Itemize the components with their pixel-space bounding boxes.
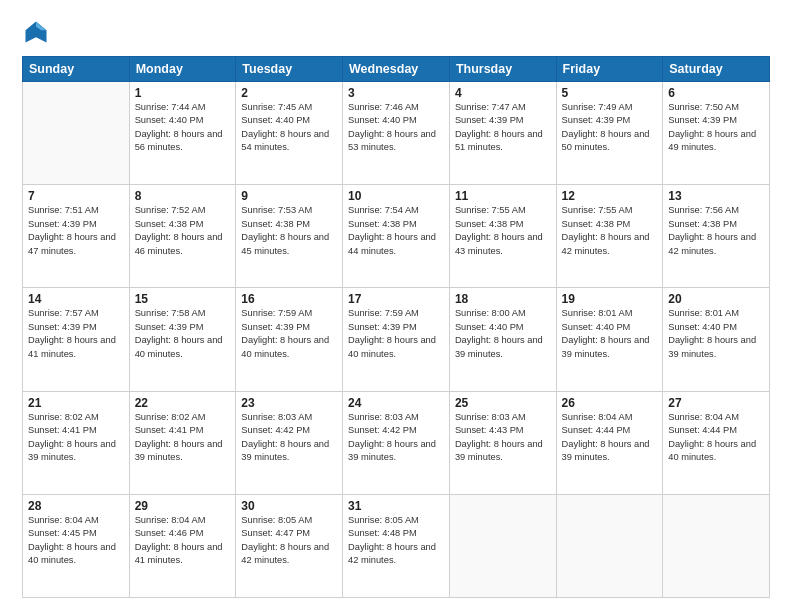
day-info: Sunrise: 8:03 AM Sunset: 4:42 PM Dayligh…: [241, 411, 337, 465]
logo-icon: [22, 18, 50, 46]
day-number: 24: [348, 396, 444, 410]
calendar-day-cell: 30Sunrise: 8:05 AM Sunset: 4:47 PM Dayli…: [236, 494, 343, 597]
day-info: Sunrise: 7:58 AM Sunset: 4:39 PM Dayligh…: [135, 307, 231, 361]
day-number: 11: [455, 189, 551, 203]
day-number: 12: [562, 189, 658, 203]
calendar-day-cell: 17Sunrise: 7:59 AM Sunset: 4:39 PM Dayli…: [343, 288, 450, 391]
calendar-week-row: 7Sunrise: 7:51 AM Sunset: 4:39 PM Daylig…: [23, 185, 770, 288]
calendar-day-cell: [663, 494, 770, 597]
day-info: Sunrise: 8:05 AM Sunset: 4:47 PM Dayligh…: [241, 514, 337, 568]
day-info: Sunrise: 7:57 AM Sunset: 4:39 PM Dayligh…: [28, 307, 124, 361]
calendar-day-cell: 25Sunrise: 8:03 AM Sunset: 4:43 PM Dayli…: [449, 391, 556, 494]
day-number: 26: [562, 396, 658, 410]
calendar-day-cell: 12Sunrise: 7:55 AM Sunset: 4:38 PM Dayli…: [556, 185, 663, 288]
calendar-day-cell: 8Sunrise: 7:52 AM Sunset: 4:38 PM Daylig…: [129, 185, 236, 288]
day-info: Sunrise: 7:55 AM Sunset: 4:38 PM Dayligh…: [455, 204, 551, 258]
day-info: Sunrise: 8:05 AM Sunset: 4:48 PM Dayligh…: [348, 514, 444, 568]
day-info: Sunrise: 8:02 AM Sunset: 4:41 PM Dayligh…: [28, 411, 124, 465]
day-info: Sunrise: 7:59 AM Sunset: 4:39 PM Dayligh…: [348, 307, 444, 361]
calendar-day-cell: 21Sunrise: 8:02 AM Sunset: 4:41 PM Dayli…: [23, 391, 130, 494]
day-of-week-header: Thursday: [449, 57, 556, 82]
day-number: 6: [668, 86, 764, 100]
day-info: Sunrise: 7:47 AM Sunset: 4:39 PM Dayligh…: [455, 101, 551, 155]
calendar-day-cell: [23, 82, 130, 185]
page: SundayMondayTuesdayWednesdayThursdayFrid…: [0, 0, 792, 612]
calendar-day-cell: 24Sunrise: 8:03 AM Sunset: 4:42 PM Dayli…: [343, 391, 450, 494]
calendar-week-row: 21Sunrise: 8:02 AM Sunset: 4:41 PM Dayli…: [23, 391, 770, 494]
calendar-day-cell: 15Sunrise: 7:58 AM Sunset: 4:39 PM Dayli…: [129, 288, 236, 391]
day-of-week-header: Monday: [129, 57, 236, 82]
calendar-day-cell: 27Sunrise: 8:04 AM Sunset: 4:44 PM Dayli…: [663, 391, 770, 494]
day-info: Sunrise: 8:00 AM Sunset: 4:40 PM Dayligh…: [455, 307, 551, 361]
day-info: Sunrise: 8:04 AM Sunset: 4:44 PM Dayligh…: [562, 411, 658, 465]
day-info: Sunrise: 7:44 AM Sunset: 4:40 PM Dayligh…: [135, 101, 231, 155]
day-number: 21: [28, 396, 124, 410]
calendar-day-cell: 23Sunrise: 8:03 AM Sunset: 4:42 PM Dayli…: [236, 391, 343, 494]
calendar-day-cell: 7Sunrise: 7:51 AM Sunset: 4:39 PM Daylig…: [23, 185, 130, 288]
day-number: 9: [241, 189, 337, 203]
day-number: 14: [28, 292, 124, 306]
calendar-table: SundayMondayTuesdayWednesdayThursdayFrid…: [22, 56, 770, 598]
day-number: 10: [348, 189, 444, 203]
day-info: Sunrise: 8:03 AM Sunset: 4:42 PM Dayligh…: [348, 411, 444, 465]
day-info: Sunrise: 7:55 AM Sunset: 4:38 PM Dayligh…: [562, 204, 658, 258]
day-info: Sunrise: 7:50 AM Sunset: 4:39 PM Dayligh…: [668, 101, 764, 155]
day-number: 17: [348, 292, 444, 306]
calendar-day-cell: 4Sunrise: 7:47 AM Sunset: 4:39 PM Daylig…: [449, 82, 556, 185]
calendar-week-row: 28Sunrise: 8:04 AM Sunset: 4:45 PM Dayli…: [23, 494, 770, 597]
day-of-week-header: Sunday: [23, 57, 130, 82]
day-info: Sunrise: 8:03 AM Sunset: 4:43 PM Dayligh…: [455, 411, 551, 465]
day-number: 20: [668, 292, 764, 306]
day-number: 2: [241, 86, 337, 100]
day-number: 25: [455, 396, 551, 410]
day-info: Sunrise: 7:45 AM Sunset: 4:40 PM Dayligh…: [241, 101, 337, 155]
day-of-week-header: Tuesday: [236, 57, 343, 82]
calendar-day-cell: 2Sunrise: 7:45 AM Sunset: 4:40 PM Daylig…: [236, 82, 343, 185]
day-info: Sunrise: 8:02 AM Sunset: 4:41 PM Dayligh…: [135, 411, 231, 465]
calendar-day-cell: 10Sunrise: 7:54 AM Sunset: 4:38 PM Dayli…: [343, 185, 450, 288]
calendar-day-cell: 26Sunrise: 8:04 AM Sunset: 4:44 PM Dayli…: [556, 391, 663, 494]
calendar-day-cell: 11Sunrise: 7:55 AM Sunset: 4:38 PM Dayli…: [449, 185, 556, 288]
calendar-day-cell: 19Sunrise: 8:01 AM Sunset: 4:40 PM Dayli…: [556, 288, 663, 391]
day-of-week-header: Friday: [556, 57, 663, 82]
day-info: Sunrise: 8:01 AM Sunset: 4:40 PM Dayligh…: [562, 307, 658, 361]
day-number: 7: [28, 189, 124, 203]
calendar-day-cell: 9Sunrise: 7:53 AM Sunset: 4:38 PM Daylig…: [236, 185, 343, 288]
day-info: Sunrise: 7:54 AM Sunset: 4:38 PM Dayligh…: [348, 204, 444, 258]
day-number: 3: [348, 86, 444, 100]
day-number: 22: [135, 396, 231, 410]
calendar-day-cell: 29Sunrise: 8:04 AM Sunset: 4:46 PM Dayli…: [129, 494, 236, 597]
day-info: Sunrise: 8:04 AM Sunset: 4:44 PM Dayligh…: [668, 411, 764, 465]
calendar-day-cell: 16Sunrise: 7:59 AM Sunset: 4:39 PM Dayli…: [236, 288, 343, 391]
calendar-day-cell: 31Sunrise: 8:05 AM Sunset: 4:48 PM Dayli…: [343, 494, 450, 597]
day-number: 8: [135, 189, 231, 203]
calendar-header-row: SundayMondayTuesdayWednesdayThursdayFrid…: [23, 57, 770, 82]
calendar-day-cell: [556, 494, 663, 597]
day-number: 29: [135, 499, 231, 513]
calendar-day-cell: 28Sunrise: 8:04 AM Sunset: 4:45 PM Dayli…: [23, 494, 130, 597]
day-number: 27: [668, 396, 764, 410]
logo: [22, 18, 54, 46]
calendar-day-cell: 14Sunrise: 7:57 AM Sunset: 4:39 PM Dayli…: [23, 288, 130, 391]
day-number: 5: [562, 86, 658, 100]
day-number: 23: [241, 396, 337, 410]
header: [22, 18, 770, 46]
day-info: Sunrise: 7:59 AM Sunset: 4:39 PM Dayligh…: [241, 307, 337, 361]
day-info: Sunrise: 8:04 AM Sunset: 4:45 PM Dayligh…: [28, 514, 124, 568]
day-number: 28: [28, 499, 124, 513]
day-info: Sunrise: 7:53 AM Sunset: 4:38 PM Dayligh…: [241, 204, 337, 258]
day-info: Sunrise: 7:49 AM Sunset: 4:39 PM Dayligh…: [562, 101, 658, 155]
day-number: 4: [455, 86, 551, 100]
calendar-day-cell: 5Sunrise: 7:49 AM Sunset: 4:39 PM Daylig…: [556, 82, 663, 185]
day-number: 15: [135, 292, 231, 306]
calendar-day-cell: 18Sunrise: 8:00 AM Sunset: 4:40 PM Dayli…: [449, 288, 556, 391]
calendar-day-cell: 13Sunrise: 7:56 AM Sunset: 4:38 PM Dayli…: [663, 185, 770, 288]
calendar-day-cell: 3Sunrise: 7:46 AM Sunset: 4:40 PM Daylig…: [343, 82, 450, 185]
day-info: Sunrise: 7:56 AM Sunset: 4:38 PM Dayligh…: [668, 204, 764, 258]
day-number: 1: [135, 86, 231, 100]
calendar-week-row: 14Sunrise: 7:57 AM Sunset: 4:39 PM Dayli…: [23, 288, 770, 391]
day-number: 31: [348, 499, 444, 513]
calendar-day-cell: 20Sunrise: 8:01 AM Sunset: 4:40 PM Dayli…: [663, 288, 770, 391]
day-info: Sunrise: 8:04 AM Sunset: 4:46 PM Dayligh…: [135, 514, 231, 568]
day-info: Sunrise: 8:01 AM Sunset: 4:40 PM Dayligh…: [668, 307, 764, 361]
